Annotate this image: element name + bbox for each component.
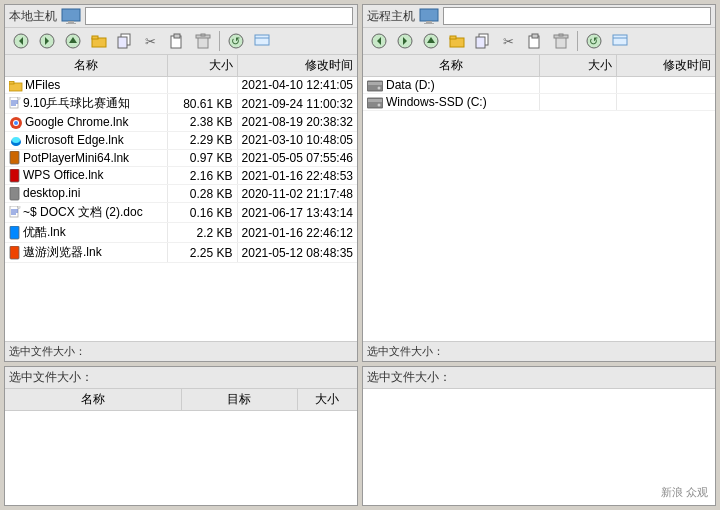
left-settings-btn[interactable]	[250, 30, 274, 52]
svg-text:↺: ↺	[231, 35, 240, 47]
file-date: 2021-09-24 11:00:32	[237, 94, 357, 114]
file-name: 9.10乒乓球比赛通知	[5, 94, 167, 114]
right-copy-btn[interactable]	[471, 30, 495, 52]
svg-point-72	[378, 86, 381, 89]
left-file-row[interactable]: ~$ DOCX 文档 (2).doc 0.16 KB 2021-06-17 13…	[5, 203, 357, 223]
left-file-row[interactable]: MFiles 2021-04-10 12:41:05	[5, 77, 357, 94]
right-up-btn[interactable]	[419, 30, 443, 52]
file-date: 2020-11-02 21:17:48	[237, 185, 357, 203]
svg-rect-0	[62, 9, 80, 21]
svg-rect-48	[426, 21, 432, 23]
right-file-table[interactable]: 名称 大小 修改时间 Data (D:) Windows-SSD (C:)	[363, 55, 715, 341]
left-back-btn[interactable]	[9, 30, 33, 52]
left-file-row[interactable]: WPS Office.lnk 2.16 KB 2021-01-16 22:48:…	[5, 167, 357, 185]
bottom-left-col-target[interactable]: 目标	[181, 389, 297, 411]
right-settings-btn[interactable]	[608, 30, 632, 52]
svg-rect-12	[118, 37, 127, 48]
left-folder-btn[interactable]	[87, 30, 111, 52]
file-date: 2021-05-12 08:48:35	[237, 243, 357, 263]
left-file-row[interactable]: PotPlayerMini64.lnk 0.97 KB 2021-05-05 0…	[5, 149, 357, 167]
file-date: 2021-06-17 13:43:14	[237, 203, 357, 223]
left-cut-btn[interactable]: ✂	[139, 30, 163, 52]
left-file-row[interactable]: Google Chrome.lnk 2.38 KB 2021-08-19 20:…	[5, 114, 357, 132]
svg-rect-47	[420, 9, 438, 21]
drive-size	[539, 94, 616, 111]
drive-date	[616, 94, 715, 111]
left-col-size[interactable]: 大小	[167, 55, 237, 77]
file-date: 2021-01-16 22:46:12	[237, 223, 357, 243]
left-delete-btn[interactable]	[191, 30, 215, 52]
svg-rect-57	[450, 36, 456, 39]
left-file-row[interactable]: desktop.ini 0.28 KB 2020-11-02 21:17:48	[5, 185, 357, 203]
left-file-row[interactable]: 优酷.lnk 2.2 KB 2021-01-16 22:46:12	[5, 223, 357, 243]
bottom-left-col-name[interactable]: 名称	[5, 389, 181, 411]
right-toolbar-sep	[577, 31, 578, 51]
right-drive-row[interactable]: Data (D:)	[363, 77, 715, 94]
left-refresh-btn[interactable]: ↺	[224, 30, 248, 52]
file-size: 2.38 KB	[167, 114, 237, 132]
svg-rect-24	[9, 81, 14, 84]
left-col-date[interactable]: 修改时间	[237, 55, 357, 77]
svg-rect-38	[10, 187, 19, 200]
left-file-row[interactable]: 遨游浏览器.lnk 2.25 KB 2021-05-12 08:48:35	[5, 243, 357, 263]
left-col-name[interactable]: 名称	[5, 55, 167, 77]
left-path-input[interactable]	[85, 7, 353, 25]
svg-text:↺: ↺	[589, 35, 598, 47]
right-forward-btn[interactable]	[393, 30, 417, 52]
svg-rect-46	[10, 246, 19, 259]
right-path-input[interactable]	[443, 7, 711, 25]
right-col-date[interactable]: 修改时间	[616, 55, 715, 77]
left-panel-header: 本地主机	[5, 5, 357, 28]
right-drive-row[interactable]: Windows-SSD (C:)	[363, 94, 715, 111]
svg-rect-36	[10, 151, 19, 164]
right-paste-btn[interactable]	[523, 30, 547, 52]
bottom-left-status: 选中文件大小：	[5, 367, 357, 389]
right-cut-btn[interactable]: ✂	[497, 30, 521, 52]
file-size: 2.2 KB	[167, 223, 237, 243]
left-forward-btn[interactable]	[35, 30, 59, 52]
svg-rect-1	[68, 21, 74, 23]
monitor-icon-left	[61, 8, 81, 24]
bottom-left-table: 名称 目标 大小	[5, 389, 357, 411]
bottom-left-col-size[interactable]: 大小	[297, 389, 357, 411]
left-status-bar: 选中文件大小：	[5, 341, 357, 361]
file-date: 2021-04-10 12:41:05	[237, 77, 357, 94]
svg-rect-21	[255, 35, 269, 45]
file-size: 0.16 KB	[167, 203, 237, 223]
right-status-bar: 选中文件大小：	[363, 341, 715, 361]
left-copy-btn[interactable]	[113, 30, 137, 52]
right-folder-btn[interactable]	[445, 30, 469, 52]
left-panel-label: 本地主机	[9, 8, 57, 25]
left-toolbar-sep	[219, 31, 220, 51]
bottom-left-table-area[interactable]: 名称 目标 大小	[5, 389, 357, 505]
svg-rect-2	[66, 23, 76, 24]
svg-rect-65	[559, 34, 563, 36]
file-size: 2.16 KB	[167, 167, 237, 185]
right-delete-btn[interactable]	[549, 30, 573, 52]
left-paste-btn[interactable]	[165, 30, 189, 52]
left-file-row[interactable]: 9.10乒乓球比赛通知 80.61 KB 2021-09-24 11:00:32	[5, 94, 357, 114]
svg-rect-62	[532, 34, 538, 38]
file-date: 2021-03-10 10:48:05	[237, 131, 357, 149]
svg-point-33	[14, 121, 18, 125]
right-refresh-btn[interactable]: ↺	[582, 30, 606, 52]
left-file-row[interactable]: Microsoft Edge.lnk 2.29 KB 2021-03-10 10…	[5, 131, 357, 149]
file-name: Google Chrome.lnk	[5, 114, 167, 132]
right-col-name[interactable]: 名称	[363, 55, 539, 77]
drive-date	[616, 77, 715, 94]
file-size: 2.29 KB	[167, 131, 237, 149]
left-files-table: 名称 大小 修改时间 MFiles 2021-04-10 12:41:05 9.…	[5, 55, 357, 263]
right-back-btn[interactable]	[367, 30, 391, 52]
file-name: desktop.ini	[5, 185, 167, 203]
file-date: 2021-01-16 22:48:53	[237, 167, 357, 185]
file-size: 80.61 KB	[167, 94, 237, 114]
svg-rect-49	[424, 23, 434, 24]
svg-rect-59	[476, 37, 485, 48]
right-col-size[interactable]: 大小	[539, 55, 616, 77]
svg-point-75	[378, 103, 381, 106]
svg-rect-45	[10, 226, 19, 239]
left-file-table[interactable]: 名称 大小 修改时间 MFiles 2021-04-10 12:41:05 9.…	[5, 55, 357, 341]
right-toolbar: ✂ ↺	[363, 28, 715, 55]
left-up-btn[interactable]	[61, 30, 85, 52]
file-size: 2.25 KB	[167, 243, 237, 263]
